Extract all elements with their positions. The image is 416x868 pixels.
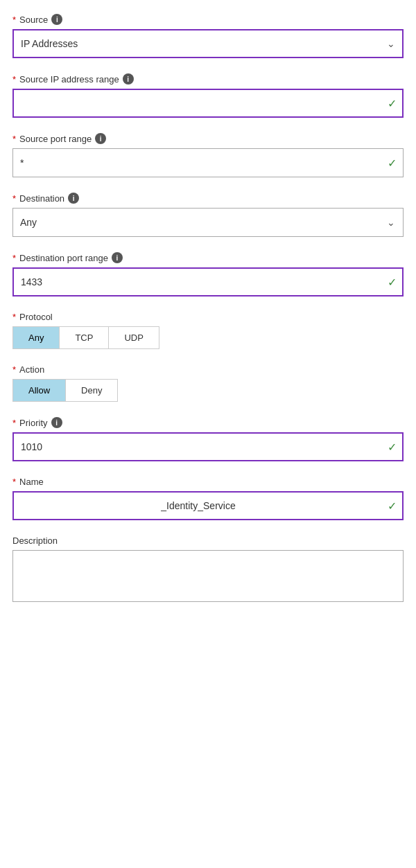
protocol-label-text: Protocol xyxy=(19,312,53,322)
description-textarea[interactable] xyxy=(12,550,404,602)
name-required: * xyxy=(12,477,16,487)
source-ip-range-label-text: Source IP address range xyxy=(19,74,119,85)
action-toggle-group: Allow Deny xyxy=(12,379,118,402)
action-allow-button[interactable]: Allow xyxy=(13,380,66,401)
protocol-toggle-group: Any TCP UDP xyxy=(12,326,159,349)
action-label: * Action xyxy=(12,364,404,375)
destination-label: * Destination i xyxy=(12,193,404,204)
source-ip-range-input[interactable] xyxy=(12,89,404,118)
action-label-text: Action xyxy=(19,364,44,375)
protocol-required: * xyxy=(12,312,16,322)
source-port-range-input-wrapper: ✓ xyxy=(12,148,404,177)
priority-checkmark: ✓ xyxy=(388,441,397,454)
name-checkmark: ✓ xyxy=(388,499,397,513)
action-deny-button[interactable]: Deny xyxy=(66,380,117,401)
protocol-udp-button[interactable]: UDP xyxy=(109,327,158,348)
name-label-text: Name xyxy=(19,477,44,487)
source-port-range-label-text: Source port range xyxy=(19,134,92,144)
destination-port-range-label: * Destination port range i xyxy=(12,252,404,263)
priority-group: * Priority i ✓ xyxy=(12,417,404,461)
destination-port-range-input[interactable] xyxy=(12,267,404,296)
priority-label: * Priority i xyxy=(12,417,404,428)
source-ip-required: * xyxy=(12,74,16,85)
priority-input-wrapper: ✓ xyxy=(12,432,404,461)
name-input[interactable] xyxy=(12,491,404,520)
source-ip-range-input-wrapper: ✓ xyxy=(12,89,404,118)
description-group: Description xyxy=(12,535,404,605)
destination-port-checkmark: ✓ xyxy=(388,276,397,289)
destination-select-wrapper: AnyIP AddressesService TagApplication se… xyxy=(12,208,404,237)
source-ip-info-icon[interactable]: i xyxy=(123,73,134,85)
destination-port-range-group: * Destination port range i ✓ xyxy=(12,252,404,296)
description-label: Description xyxy=(12,535,404,546)
source-port-required: * xyxy=(12,134,16,144)
source-port-range-group: * Source port range i ✓ xyxy=(12,133,404,177)
source-label-text: Source xyxy=(19,15,48,25)
destination-required: * xyxy=(12,193,16,204)
source-port-range-input[interactable] xyxy=(12,148,404,177)
name-input-wrapper: ✓ xyxy=(12,491,404,520)
source-ip-checkmark: ✓ xyxy=(388,97,397,110)
source-select-wrapper: IP AddressesAnyIP AddressesService TagAp… xyxy=(12,29,404,58)
priority-label-text: Priority xyxy=(19,418,47,428)
destination-port-info-icon[interactable]: i xyxy=(112,252,123,263)
source-required: * xyxy=(12,15,16,25)
source-port-info-icon[interactable]: i xyxy=(95,133,106,144)
source-port-range-label: * Source port range i xyxy=(12,133,404,144)
source-ip-range-group: * Source IP address range i ✓ xyxy=(12,73,404,118)
action-group: * Action Allow Deny xyxy=(12,364,404,402)
source-select[interactable]: IP AddressesAnyIP AddressesService TagAp… xyxy=(12,29,404,58)
source-ip-range-label: * Source IP address range i xyxy=(12,73,404,85)
priority-info-icon[interactable]: i xyxy=(51,417,62,428)
name-group: * Name ✓ xyxy=(12,477,404,520)
destination-label-text: Destination xyxy=(19,193,64,204)
source-info-icon[interactable]: i xyxy=(51,14,62,25)
source-port-checkmark: ✓ xyxy=(388,157,397,170)
action-required: * xyxy=(12,364,16,375)
destination-port-range-input-wrapper: ✓ xyxy=(12,267,404,296)
destination-select[interactable]: AnyIP AddressesService TagApplication se… xyxy=(12,208,404,237)
source-group: * Source i IP AddressesAnyIP AddressesSe… xyxy=(12,14,404,58)
destination-port-required: * xyxy=(12,253,16,263)
protocol-group: * Protocol Any TCP UDP xyxy=(12,312,404,349)
description-label-text: Description xyxy=(12,535,58,546)
destination-group: * Destination i AnyIP AddressesService T… xyxy=(12,193,404,237)
name-label: * Name xyxy=(12,477,404,487)
protocol-label: * Protocol xyxy=(12,312,404,322)
protocol-any-button[interactable]: Any xyxy=(13,327,60,348)
protocol-tcp-button[interactable]: TCP xyxy=(60,327,109,348)
destination-port-range-label-text: Destination port range xyxy=(19,253,108,263)
priority-input[interactable] xyxy=(12,432,404,461)
destination-info-icon[interactable]: i xyxy=(68,193,79,204)
priority-required: * xyxy=(12,418,16,428)
source-label: * Source i xyxy=(12,14,404,25)
